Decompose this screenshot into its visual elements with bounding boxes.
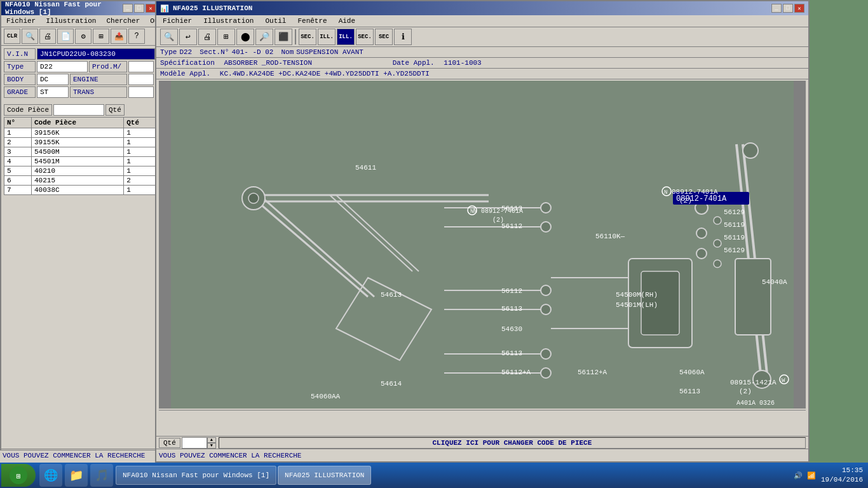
- main-maximize-button[interactable]: □: [783, 4, 793, 13]
- taskbar-folder-icon[interactable]: 📁: [65, 464, 88, 487]
- toolbar-ill[interactable]: ILL.: [318, 29, 336, 45]
- svg-point-33: [696, 228, 707, 238]
- date-value: 1101-1003: [444, 59, 481, 67]
- qte-down-button[interactable]: ▼: [207, 443, 216, 449]
- horizontal-scrollbar[interactable]: [159, 410, 806, 417]
- toolbar-main-circle[interactable]: ⬤: [236, 29, 254, 45]
- toolbar-print-button[interactable]: 🖨: [39, 29, 56, 44]
- main-window: 📊 NFA025 ILLUSTRATION _ □ ✕ Fichier Illu…: [155, 0, 810, 463]
- toolbar-sec1[interactable]: SEC.: [299, 29, 316, 45]
- main-menu-fenetre[interactable]: Fenêtre: [295, 17, 329, 25]
- cell-qte: 1: [124, 147, 159, 157]
- left-bottom-status: VOUS POUVEZ COMMENCER LA RECHERCHE: [0, 450, 161, 463]
- diagram-ref: A401A 0326: [736, 400, 775, 407]
- taskbar-app-nfa025[interactable]: NFA025 ILLUSTRATION: [278, 466, 371, 485]
- clock-time: 15:35: [821, 466, 863, 475]
- toolbar-main-zoom[interactable]: 🔎: [255, 29, 273, 45]
- table-row[interactable]: 2 39155K 1: [4, 138, 159, 147]
- taskbar: ⊞ 🌐 📁 🎵 NFA010 Nissan Fast pour Windows …: [0, 463, 868, 488]
- toolbar-export-button[interactable]: 📤: [111, 29, 127, 44]
- table-row[interactable]: 7 40038C 1: [4, 186, 159, 195]
- start-button[interactable]: ⊞: [1, 464, 36, 487]
- taskbar-app-nfa010-label: NFA010 Nissan Fast pour Windows [1]: [123, 471, 269, 479]
- taskbar-right: 🔊 📶 15:35 19/04/2016: [794, 466, 863, 485]
- main-title-bar: 📊 NFA025 ILLUSTRATION _ □ ✕: [156, 1, 808, 15]
- toolbar-ill2[interactable]: ILL.: [337, 29, 355, 45]
- toolbar-main-print[interactable]: 🖨: [198, 29, 216, 45]
- cell-code: 54501M: [31, 157, 123, 166]
- table-row[interactable]: 6 40215 2: [4, 176, 159, 186]
- left-menu-chercher[interactable]: Chercher: [104, 17, 142, 25]
- illustration-svg: 08912-7401A 54611 54613 54614 54060AA N …: [159, 81, 806, 409]
- left-window-controls: _ □ ✕: [123, 4, 156, 13]
- taskbar-browser-icon[interactable]: 🌐: [39, 464, 62, 487]
- spec-value: ABSORBER _ROD-TENSION: [224, 59, 312, 67]
- toolbar-info[interactable]: ℹ: [394, 29, 412, 45]
- main-bottom-bar: Qté ▲ ▼ CLIQUEZ ICI POUR CHANGER CODE DE…: [156, 436, 808, 461]
- toolbar-main-undo[interactable]: ↩: [179, 29, 197, 45]
- main-title-text: 📊 NFA025 ILLUSTRATION: [160, 4, 252, 13]
- toolbar-help-button[interactable]: ?: [128, 29, 145, 44]
- toolbar-sec2[interactable]: SEC.: [356, 29, 374, 45]
- taskbar-media-icon[interactable]: 🎵: [90, 464, 113, 487]
- cell-qte: 1: [124, 157, 159, 166]
- toolbar-main-grid[interactable]: ⊞: [217, 29, 235, 45]
- col-num: N°: [4, 118, 32, 128]
- label-54501m: 54501M(LH): [616, 301, 658, 309]
- main-menu-outil[interactable]: Outil: [262, 17, 288, 25]
- toolbar-grid-button[interactable]: ⊞: [93, 29, 109, 44]
- svg-rect-0: [171, 81, 794, 409]
- table-row[interactable]: 1 39156K 1: [4, 128, 159, 138]
- svg-point-35: [696, 248, 707, 259]
- table-row[interactable]: 4 54501M 1: [4, 157, 159, 166]
- prod-value: [128, 61, 154, 72]
- left-minimize-button[interactable]: _: [123, 4, 133, 13]
- toolbar-page-button[interactable]: 📄: [57, 29, 74, 44]
- left-menu-fichier[interactable]: Fichier: [4, 17, 38, 25]
- svg-point-15: [541, 203, 551, 213]
- table-row[interactable]: 5 40210 1: [4, 166, 159, 176]
- vin-label: V.I.N: [4, 48, 36, 60]
- clock-date: 19/04/2016: [821, 475, 863, 485]
- left-close-button[interactable]: ✕: [146, 4, 156, 13]
- qte-input[interactable]: [182, 437, 207, 449]
- main-window-controls: _ □ ✕: [771, 4, 804, 13]
- svg-rect-12: [735, 259, 771, 335]
- taskbar-app-nfa010[interactable]: NFA010 Nissan Fast pour Windows [1]: [116, 466, 276, 485]
- toolbar-sec3[interactable]: SEC: [375, 29, 393, 45]
- table-row[interactable]: 3 54500M 1: [4, 147, 159, 157]
- toolbar-main-frame[interactable]: ⬛: [275, 29, 292, 45]
- illustration-area[interactable]: 08912-7401A 54611 54613 54614 54060AA N …: [159, 81, 806, 409]
- cell-code: 40038C: [31, 186, 123, 195]
- engine-value: [128, 74, 154, 85]
- qte-label-left: Qté: [105, 104, 125, 116]
- toolbar-clr-button[interactable]: CLR: [4, 29, 20, 44]
- cell-num: 7: [4, 186, 32, 195]
- code-piece-input[interactable]: [53, 104, 104, 116]
- main-minimize-button[interactable]: _: [771, 4, 782, 13]
- code-piece-label: Code Pièce: [4, 104, 52, 116]
- grade-label: GRADE: [4, 86, 36, 98]
- w-circle-text: W: [782, 377, 785, 384]
- qte-up-button[interactable]: ▲: [207, 437, 216, 443]
- toolbar-main-search[interactable]: 🔍: [160, 29, 178, 45]
- type-info-value: D22: [179, 48, 192, 56]
- main-window-title: NFA025 ILLUSTRATION: [173, 4, 252, 12]
- svg-text:⊞: ⊞: [17, 473, 21, 480]
- left-menubar: Fichier Illustration Chercher Outil Abr: [1, 15, 159, 27]
- svg-point-13: [743, 143, 758, 158]
- main-close-button[interactable]: ✕: [794, 4, 804, 13]
- toolbar-search-button[interactable]: 🔍: [22, 29, 38, 44]
- vin-row: V.I.N JN1CPUD22U0-083230: [4, 48, 157, 60]
- toolbar-settings-button[interactable]: ⚙: [75, 29, 92, 44]
- main-menu-fichier[interactable]: Fichier: [160, 17, 194, 25]
- main-menu-illustration[interactable]: Illustration: [201, 17, 256, 25]
- label-56112a-bot: 56112+A: [578, 369, 607, 376]
- svg-point-20: [541, 368, 551, 378]
- spec-bar: Spécification ABSORBER _ROD-TENSION Date…: [156, 58, 808, 69]
- left-maximize-button[interactable]: □: [134, 4, 144, 13]
- left-menu-illustration[interactable]: Illustration: [43, 17, 98, 25]
- main-menu-aide[interactable]: Aide: [336, 17, 358, 25]
- change-code-button[interactable]: CLIQUEZ ICI POUR CHANGER CODE DE PIECE: [219, 437, 806, 449]
- left-status-message: VOUS POUVEZ COMMENCER LA RECHERCHE: [3, 452, 145, 459]
